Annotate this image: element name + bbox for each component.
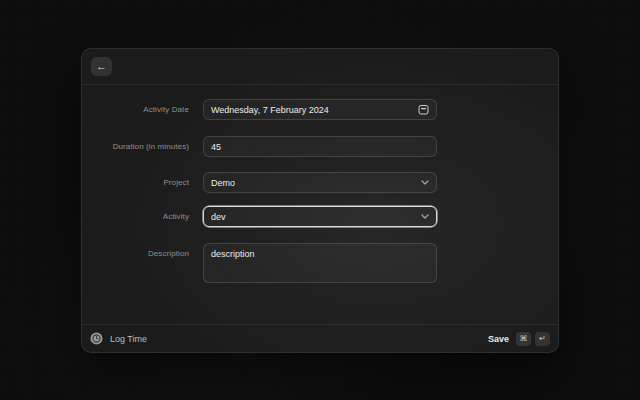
duration-input[interactable]: 45 <box>203 136 437 157</box>
action-bar-left: Log Time <box>90 332 488 345</box>
description-value: description <box>211 249 429 259</box>
log-time-extension-icon <box>90 332 103 345</box>
log-time-window: ← Activity Date Wednesday, 7 February 20… <box>81 48 559 353</box>
activity-date-label: Activity Date <box>82 99 189 120</box>
desktop-background: ← Activity Date Wednesday, 7 February 20… <box>0 0 640 400</box>
save-label: Save <box>488 334 509 344</box>
chevron-down-icon <box>421 214 429 219</box>
project-value: Demo <box>211 178 421 188</box>
duration-label: Duration (in minutes) <box>82 136 189 157</box>
activity-label: Activity <box>82 206 189 227</box>
back-button[interactable]: ← <box>91 57 112 76</box>
action-bar: Log Time Save ⌘ ↵ <box>82 324 558 352</box>
back-arrow-icon: ← <box>96 60 107 72</box>
activity-date-value: Wednesday, 7 February 2024 <box>211 105 418 115</box>
window-header: ← <box>82 49 558 85</box>
duration-value: 45 <box>211 142 429 152</box>
description-label: Description <box>82 243 189 260</box>
command-key-icon: ⌘ <box>516 332 531 346</box>
save-button[interactable]: Save ⌘ ↵ <box>488 332 550 346</box>
command-title: Log Time <box>110 334 147 344</box>
activity-date-field[interactable]: Wednesday, 7 February 2024 <box>203 99 437 120</box>
calendar-icon[interactable] <box>418 104 429 115</box>
project-select[interactable]: Demo <box>203 172 437 193</box>
enter-key-icon: ↵ <box>535 332 550 346</box>
chevron-down-icon <box>421 180 429 185</box>
activity-select[interactable]: dev <box>203 206 437 227</box>
activity-value: dev <box>211 212 421 222</box>
project-label: Project <box>82 172 189 193</box>
description-textarea[interactable]: description <box>203 243 437 283</box>
